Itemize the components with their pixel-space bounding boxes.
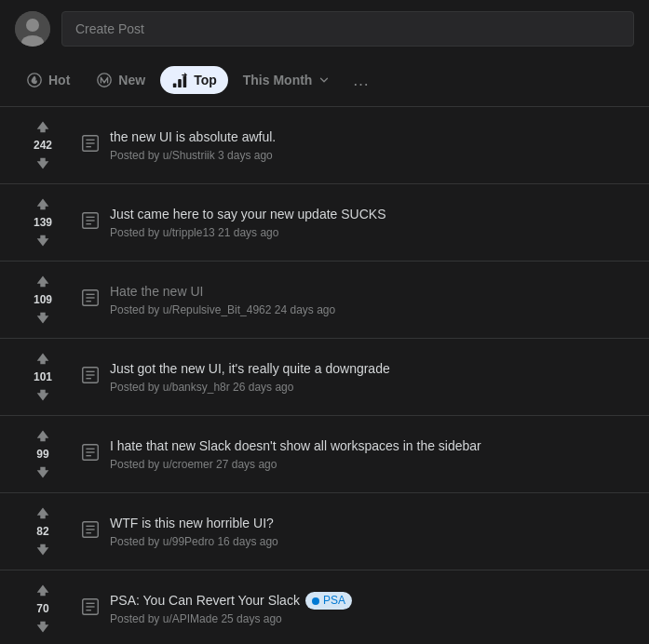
post-meta: Posted by u/tripple13 21 days ago: [110, 226, 634, 239]
downvote-button[interactable]: [33, 540, 53, 560]
post-type-icon: [80, 442, 101, 466]
flair-dot: [312, 597, 319, 605]
vote-count: 109: [30, 293, 56, 306]
post-row: 139Just came here to say your new update…: [0, 184, 649, 262]
top-bar: Create Post: [0, 0, 649, 58]
vote-count: 101: [30, 370, 56, 383]
post-title[interactable]: the new UI is absolute awful.: [110, 128, 634, 145]
post-type-icon: [80, 597, 101, 621]
create-post-input[interactable]: Create Post: [61, 11, 634, 47]
post-content: PSA: You Can Revert Your SlackPSAPosted …: [110, 592, 634, 626]
svg-rect-5: [173, 84, 177, 88]
downvote-button[interactable]: [33, 231, 53, 251]
post-row: 82WTF is this new horrible UI?Posted by …: [0, 493, 649, 570]
post-content: Just got the new UI, it's really quite a…: [110, 360, 634, 393]
downvote-button[interactable]: [33, 617, 53, 637]
upvote-button[interactable]: [33, 271, 53, 291]
post-type-icon: [80, 288, 101, 312]
flair-text: PSA: [323, 594, 345, 609]
vote-count: 242: [30, 139, 56, 152]
posts-list: 242the new UI is absolute awful.Posted b…: [0, 107, 649, 644]
this-month-button[interactable]: This Month: [232, 67, 343, 93]
vote-count: 99: [30, 448, 56, 461]
post-content: I hate that new Slack doesn't show all w…: [110, 437, 634, 470]
vote-section: 99: [15, 425, 71, 483]
post-row: 109Hate the new UIPosted by u/Repulsive_…: [0, 262, 649, 339]
post-content: Just came here to say your new update SU…: [110, 206, 634, 238]
post-type-icon: [80, 519, 101, 543]
vote-section: 109: [15, 271, 71, 329]
post-title[interactable]: I hate that new Slack doesn't show all w…: [110, 437, 634, 454]
post-meta: Posted by u/croemer 27 days ago: [110, 458, 634, 471]
post-title[interactable]: WTF is this new horrible UI?: [110, 515, 634, 531]
vote-count: 70: [30, 602, 56, 615]
post-row: 99I hate that new Slack doesn't show all…: [0, 416, 649, 493]
post-title-text: the new UI is absolute awful.: [110, 128, 276, 145]
flair-badge: PSA: [305, 592, 352, 610]
post-meta: Posted by u/Repulsive_Bit_4962 24 days a…: [110, 303, 634, 316]
post-title-text: Just got the new UI, it's really quite a…: [110, 360, 390, 377]
post-title[interactable]: PSA: You Can Revert Your SlackPSA: [110, 592, 634, 610]
upvote-button[interactable]: [33, 348, 53, 369]
post-content: WTF is this new horrible UI?Posted by u/…: [110, 515, 634, 547]
vote-section: 139: [15, 194, 71, 251]
post-title-text: WTF is this new horrible UI?: [110, 515, 274, 531]
vote-section: 70: [15, 580, 71, 637]
new-icon: [96, 72, 113, 88]
vote-count: 139: [30, 216, 56, 229]
post-meta: Posted by u/APIMade 25 days ago: [110, 612, 634, 625]
downvote-button[interactable]: [33, 385, 53, 406]
svg-rect-6: [178, 79, 182, 87]
svg-point-4: [98, 74, 111, 87]
top-sort-button[interactable]: Top: [160, 66, 228, 94]
post-title[interactable]: Hate the new UI: [110, 283, 634, 300]
vote-count: 82: [30, 525, 56, 538]
post-row: 101Just got the new UI, it's really quit…: [0, 339, 649, 416]
post-title-text: Hate the new UI: [110, 283, 203, 300]
downvote-button[interactable]: [33, 463, 53, 483]
post-row: 242the new UI is absolute awful.Posted b…: [0, 107, 649, 184]
post-title-text: PSA: You Can Revert Your Slack: [110, 592, 300, 609]
post-title-text: Just came here to say your new update SU…: [110, 206, 385, 222]
post-meta: Posted by u/banksy_h8r 26 days ago: [110, 381, 634, 394]
hot-sort-button[interactable]: Hot: [15, 66, 81, 94]
downvote-button[interactable]: [33, 308, 53, 329]
post-type-icon: [80, 365, 101, 389]
post-type-icon: [80, 210, 101, 235]
avatar: [15, 11, 50, 47]
post-type-icon: [80, 133, 101, 157]
post-title[interactable]: Just came here to say your new update SU…: [110, 206, 634, 222]
upvote-button[interactable]: [33, 194, 53, 214]
post-content: Hate the new UIPosted by u/Repulsive_Bit…: [110, 283, 634, 315]
post-title-text: I hate that new Slack doesn't show all w…: [110, 437, 481, 454]
post-meta: Posted by u/99Pedro 16 days ago: [110, 535, 634, 548]
sort-bar: Hot New Top This Month …: [0, 58, 649, 107]
more-options-button[interactable]: …: [345, 65, 375, 95]
post-row: 70PSA: You Can Revert Your SlackPSAPoste…: [0, 570, 649, 644]
upvote-button[interactable]: [33, 503, 53, 523]
svg-rect-7: [183, 76, 187, 88]
vote-section: 82: [15, 503, 71, 560]
post-meta: Posted by u/Shustriik 3 days ago: [110, 149, 634, 162]
upvote-button[interactable]: [33, 116, 53, 137]
vote-section: 101: [15, 348, 71, 406]
hot-icon: [26, 72, 43, 88]
vote-section: 242: [15, 116, 71, 174]
post-content: the new UI is absolute awful.Posted by u…: [110, 128, 634, 161]
upvote-button[interactable]: [33, 580, 53, 600]
chevron-down-icon: [318, 74, 331, 87]
downvote-button[interactable]: [33, 154, 53, 174]
new-sort-button[interactable]: New: [85, 66, 156, 94]
svg-point-1: [26, 19, 39, 32]
post-title[interactable]: Just got the new UI, it's really quite a…: [110, 360, 634, 377]
upvote-button[interactable]: [33, 425, 53, 446]
top-icon: [171, 72, 188, 88]
